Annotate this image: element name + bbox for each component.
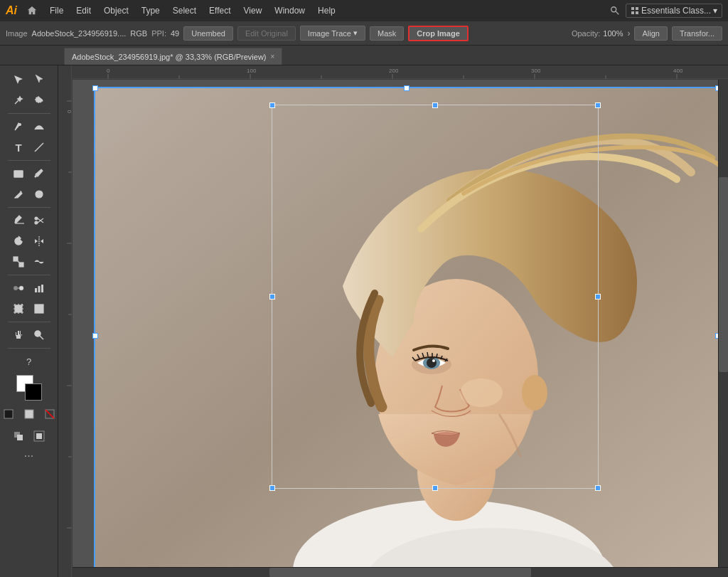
separator-5	[8, 322, 50, 322]
context-label: Image	[6, 29, 28, 38]
separator-4	[8, 275, 50, 275]
menu-view[interactable]: View	[238, 3, 268, 18]
svg-rect-57	[36, 433, 42, 439]
normal-mode[interactable]	[9, 426, 28, 446]
svg-point-7	[19, 124, 21, 126]
line-segment-tool[interactable]	[29, 137, 49, 157]
pencil-tools-row	[9, 184, 49, 204]
menu-object[interactable]: Object	[98, 3, 134, 18]
svg-text:200: 200	[389, 68, 399, 74]
vertical-scrollbar[interactable]	[718, 80, 728, 567]
paintbrush-tool[interactable]	[29, 164, 49, 184]
zoom-tool[interactable]	[29, 325, 49, 345]
more-tools-btn[interactable]: ···	[24, 450, 33, 462]
scale-tool[interactable]	[9, 252, 28, 272]
menu-select[interactable]: Select	[167, 3, 202, 18]
lasso-tool[interactable]	[29, 90, 49, 110]
tab-title: AdobeStock_234956919.jpg* @ 33,33% (RGB/…	[72, 53, 267, 61]
reflect-tool[interactable]	[29, 231, 49, 251]
svg-line-47	[40, 336, 43, 339]
image-trace-chevron[interactable]: ▾	[353, 28, 358, 38]
menu-window[interactable]: Window	[269, 3, 311, 18]
ruler-horizontal: 0 100 200 300 400	[73, 65, 728, 80]
warp-tool[interactable]	[29, 252, 49, 272]
shaper-tool[interactable]	[29, 184, 49, 204]
background-color[interactable]	[25, 383, 42, 401]
opacity-label: Opacity:	[572, 29, 600, 38]
ai-logo: Ai	[6, 4, 17, 17]
column-graph-tool[interactable]	[29, 278, 49, 298]
svg-line-22	[18, 261, 19, 263]
photo-background	[94, 87, 719, 577]
workspace-label: Essentials Class...	[641, 6, 711, 16]
menu-help[interactable]: Help	[312, 3, 341, 18]
title-bar: Ai File Edit Object Type Select Effect V…	[0, 0, 728, 21]
pencil-tool[interactable]	[9, 184, 28, 204]
separator-1	[8, 113, 50, 114]
color-mode-label: RGB	[130, 29, 147, 38]
menu-effect[interactable]: Effect	[203, 3, 236, 18]
fill-icon[interactable]	[0, 404, 18, 424]
transform-button[interactable]: Transfor...	[672, 26, 722, 41]
align-button[interactable]: Align	[634, 26, 667, 41]
ruler-vertical: 0	[58, 65, 73, 577]
type-tool[interactable]: T	[9, 137, 28, 157]
horizontal-scrollbar[interactable]	[73, 567, 728, 577]
home-icon-btn[interactable]	[24, 3, 40, 18]
svg-rect-27	[38, 286, 41, 292]
pen-tools-row	[9, 117, 49, 137]
mode-row	[9, 426, 49, 446]
unembed-button[interactable]: Unembed	[183, 26, 233, 41]
separator-2	[8, 160, 50, 161]
search-icon[interactable]	[610, 6, 620, 16]
direct-selection-tool[interactable]	[29, 70, 49, 90]
crop-image-button[interactable]: Crop Image	[408, 26, 469, 41]
menu-type[interactable]: Type	[136, 3, 166, 18]
curvature-tool[interactable]	[29, 117, 49, 137]
eraser-tools-row	[9, 211, 49, 231]
svg-point-91	[432, 359, 435, 362]
svg-point-23	[14, 286, 18, 290]
image-trace-button[interactable]: Image Trace ▾	[300, 26, 365, 41]
separator-3	[8, 207, 50, 208]
blend-tool[interactable]	[9, 278, 28, 298]
selection-tool[interactable]	[9, 70, 28, 90]
draw-inside-mode[interactable]	[29, 426, 49, 446]
svg-rect-5	[636, 11, 638, 14]
svg-rect-20	[14, 257, 18, 261]
pen-tool[interactable]	[9, 117, 28, 137]
slice-tool[interactable]	[29, 299, 49, 319]
transform-tools-row	[9, 231, 49, 251]
help-tool[interactable]: ?	[19, 351, 39, 371]
image-container[interactable]	[94, 87, 719, 577]
workspace-switcher[interactable]: Essentials Class... ▾	[626, 4, 722, 18]
canvas-area[interactable]: 0 100 200 300 400	[58, 65, 728, 577]
magic-wand-tool[interactable]	[9, 90, 28, 110]
mask-button[interactable]: Mask	[370, 26, 404, 41]
stroke-icon[interactable]	[19, 404, 39, 424]
canvas-content	[73, 80, 728, 577]
rotate-tool[interactable]	[9, 231, 28, 251]
rectangle-tool[interactable]	[9, 164, 28, 184]
tab-close-button[interactable]: ×	[271, 53, 275, 60]
hand-tool[interactable]	[9, 325, 28, 345]
expand-chevron[interactable]: ›	[627, 28, 630, 38]
svg-point-14	[35, 221, 38, 224]
opacity-section: Opacity: 100%	[572, 29, 623, 38]
document-tab[interactable]: AdobeStock_234956919.jpg* @ 33,33% (RGB/…	[64, 48, 282, 65]
svg-rect-2	[631, 7, 634, 10]
svg-line-53	[46, 410, 54, 418]
scissors-tool[interactable]	[29, 211, 49, 231]
menu-edit[interactable]: Edit	[70, 3, 97, 18]
artboard-tool[interactable]	[9, 299, 28, 319]
svg-text:400: 400	[673, 68, 683, 74]
svg-point-90	[427, 358, 437, 368]
filename-label: AdobeStock_234956919....	[32, 29, 127, 38]
none-icon[interactable]	[40, 404, 59, 424]
svg-rect-28	[41, 285, 43, 292]
svg-text:100: 100	[247, 68, 257, 74]
eraser-tool[interactable]	[9, 211, 28, 231]
color-squares[interactable]	[16, 375, 42, 401]
menu-file[interactable]: File	[44, 3, 69, 18]
menu-bar: File Edit Object Type Select Effect View…	[44, 3, 606, 18]
